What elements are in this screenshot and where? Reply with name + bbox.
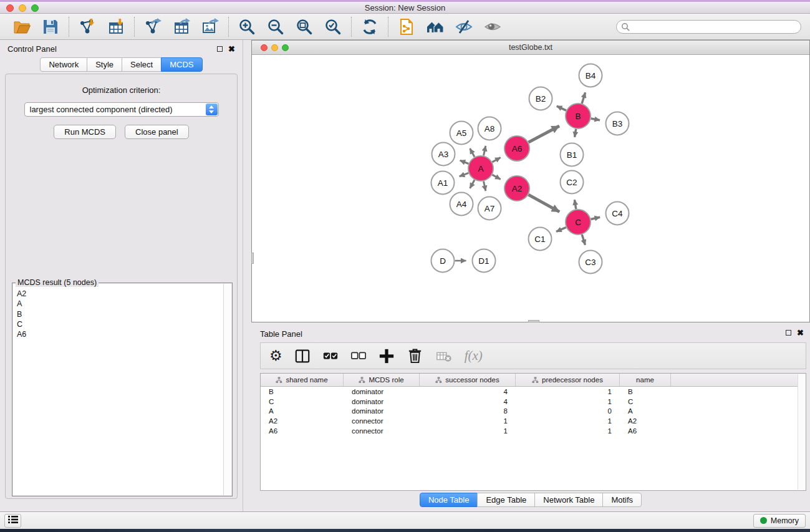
edge-A-A1[interactable] (460, 173, 469, 177)
node-B4[interactable]: B4 (579, 64, 602, 87)
open-button[interactable] (12, 17, 31, 36)
zoom-selected-button[interactable] (324, 17, 342, 36)
node-B1[interactable]: B1 (561, 143, 584, 167)
table-row[interactable]: A6connector11A6 (261, 426, 806, 436)
column-header-shared-name[interactable]: shared name (261, 374, 344, 386)
zoom-out-button[interactable] (266, 17, 285, 36)
eye-button[interactable] (483, 17, 502, 36)
node-A8[interactable]: A8 (478, 117, 501, 140)
table-row[interactable]: Bdominator41B (261, 387, 806, 397)
table-scrollbar[interactable] (798, 374, 806, 490)
node-C[interactable]: C (566, 210, 591, 235)
eye-slash-button[interactable] (455, 17, 473, 36)
houses-button[interactable] (426, 17, 445, 36)
node-B3[interactable]: B3 (606, 112, 629, 135)
table-tab-node-table[interactable]: Node Table (420, 493, 478, 507)
edge-B-B4[interactable] (582, 92, 585, 104)
float-panel-icon[interactable] (217, 46, 223, 52)
table-row[interactable]: Cdominator41C (261, 397, 806, 407)
node-A2[interactable]: A2 (504, 176, 529, 201)
tab-network[interactable]: Network (40, 57, 87, 72)
edge-A-A4[interactable] (470, 180, 475, 188)
edge-B-B1[interactable] (575, 129, 576, 137)
edge-A-A2[interactable] (492, 175, 500, 179)
node-C2[interactable]: C2 (561, 171, 584, 194)
network-window-titlebar[interactable]: testGlobe.txt (252, 41, 809, 55)
search-input[interactable] (616, 20, 801, 34)
gear-button[interactable]: ⚙ (269, 347, 282, 365)
edge-B-B2[interactable] (557, 106, 566, 110)
table-tab-edge-table[interactable]: Edge Table (477, 493, 535, 507)
node-A6[interactable]: A6 (504, 136, 529, 161)
node-A5[interactable]: A5 (450, 122, 473, 145)
node-D1[interactable]: D1 (473, 249, 496, 273)
result-item[interactable]: A2 (17, 289, 228, 299)
criterion-dropdown[interactable]: largest connected component (directed) (24, 102, 219, 117)
zoom-in-button[interactable] (238, 17, 256, 36)
edge-C-C2[interactable] (574, 200, 576, 209)
edge-A-A3[interactable] (460, 160, 469, 163)
column-header-name[interactable]: name (620, 374, 671, 386)
node-A3[interactable]: A3 (432, 143, 455, 166)
table-row[interactable]: Adominator80A (261, 406, 806, 416)
result-item[interactable]: A6 (17, 329, 228, 339)
node-A1[interactable]: A1 (432, 172, 455, 195)
edge-A-A5[interactable] (470, 148, 475, 157)
network-graph[interactable]: AA1A2A3A4A5A6A7A8BB1B2B3B4CC1C2C3C4DD1 (252, 56, 808, 322)
node-A7[interactable]: A7 (478, 197, 501, 220)
float-table-panel-icon[interactable] (786, 330, 791, 336)
task-history-button[interactable] (4, 514, 21, 528)
edge-A-A8[interactable] (483, 146, 485, 156)
edge-C-C1[interactable] (556, 227, 566, 231)
tab-mcds[interactable]: MCDS (161, 57, 202, 72)
table-row[interactable]: A2connector11A2 (261, 416, 806, 426)
node-D[interactable]: D (432, 249, 455, 273)
export-network-button[interactable] (143, 17, 162, 36)
network-document-button[interactable] (397, 17, 416, 36)
edge-A6-B[interactable] (529, 126, 559, 142)
delete-button[interactable] (407, 347, 423, 365)
edge-C-C4[interactable] (591, 217, 600, 219)
zoom-fit-button[interactable] (295, 17, 314, 36)
refresh-button[interactable] (360, 17, 379, 36)
result-item[interactable]: C (17, 319, 228, 329)
column-header-MCDS-role[interactable]: MCDS role (344, 374, 420, 386)
add-button[interactable] (378, 347, 395, 365)
column-header-successor-nodes[interactable]: successor nodes (420, 374, 516, 386)
close-panel-icon[interactable]: ✖ (228, 46, 235, 52)
table-tab-network-table[interactable]: Network Table (534, 493, 603, 507)
node-A[interactable]: A (468, 156, 493, 181)
select-all-button[interactable] (322, 347, 339, 365)
result-scrollbar[interactable] (223, 284, 231, 495)
edge-A-A6[interactable] (492, 157, 500, 162)
result-item[interactable]: B (17, 309, 228, 319)
table-tab-motifs[interactable]: Motifs (602, 493, 642, 507)
node-C4[interactable]: C4 (606, 202, 629, 225)
memory-button[interactable]: Memory (753, 514, 806, 528)
network-hscroll-thumb[interactable] (528, 320, 539, 322)
tab-style[interactable]: Style (87, 57, 122, 72)
close-panel-button[interactable]: Close panel (125, 125, 189, 139)
node-C3[interactable]: C3 (579, 251, 602, 274)
edge-A-A7[interactable] (483, 181, 485, 191)
deselect-all-button[interactable] (350, 347, 367, 365)
node-B[interactable]: B (566, 104, 591, 128)
tab-select[interactable]: Select (122, 57, 162, 72)
node-A4[interactable]: A4 (450, 193, 473, 216)
export-image-button[interactable] (201, 17, 219, 36)
run-mcds-button[interactable]: Run MCDS (54, 125, 116, 139)
network-canvas[interactable]: AA1A2A3A4A5A6A7A8BB1B2B3B4CC1C2C3C4DD1 (252, 56, 809, 322)
node-B2[interactable]: B2 (529, 87, 552, 110)
import-network-button[interactable] (78, 17, 97, 36)
edge-C-C3[interactable] (582, 235, 585, 245)
edge-A2-C[interactable] (528, 195, 559, 211)
save-button[interactable] (41, 17, 60, 36)
node-C1[interactable]: C1 (529, 228, 552, 251)
network-vscroll-thumb[interactable] (251, 253, 254, 264)
close-table-panel-icon[interactable]: ✖ (797, 330, 804, 336)
edge-B-B3[interactable] (591, 118, 600, 120)
export-table-button[interactable] (172, 17, 191, 36)
column-header-predecessor-nodes[interactable]: predecessor nodes (516, 374, 620, 386)
import-table-button[interactable] (107, 17, 125, 36)
split-columns-button[interactable] (294, 347, 311, 365)
